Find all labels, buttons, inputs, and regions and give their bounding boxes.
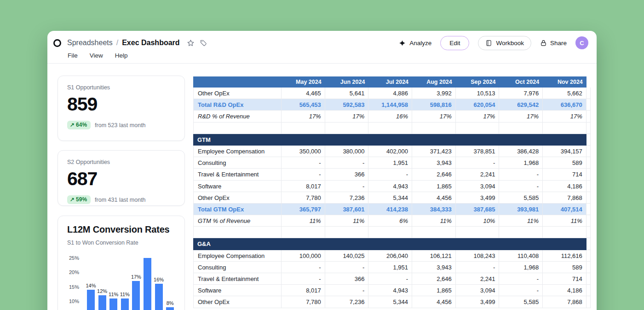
cell[interactable]: -: [282, 157, 325, 169]
tag-icon[interactable]: [200, 39, 207, 47]
cell[interactable]: 384,333: [412, 204, 456, 215]
cell[interactable]: 7,236: [325, 296, 369, 308]
cell[interactable]: 3,499: [456, 192, 500, 204]
cell[interactable]: [543, 227, 586, 238]
cell[interactable]: 1,144,958: [368, 99, 412, 111]
cell[interactable]: 407,514: [543, 204, 586, 215]
cell[interactable]: 11%: [325, 215, 369, 227]
cell[interactable]: -: [282, 169, 325, 180]
row-label[interactable]: Consulting: [193, 157, 282, 169]
cell[interactable]: 17%: [325, 111, 369, 122]
cell[interactable]: 365,797: [282, 204, 325, 215]
cell[interactable]: -: [368, 169, 412, 180]
cell[interactable]: -: [499, 285, 543, 296]
column-header[interactable]: Jun 2024: [325, 76, 369, 88]
cell[interactable]: 3,094: [456, 285, 500, 296]
cell[interactable]: 11%: [282, 215, 325, 227]
row-label[interactable]: [193, 123, 282, 134]
cell[interactable]: -: [456, 262, 500, 273]
row-label[interactable]: Software: [193, 285, 282, 296]
cell[interactable]: 100,000: [282, 250, 325, 262]
cell[interactable]: -: [325, 181, 369, 192]
workbook-button[interactable]: Workbook: [478, 36, 531, 50]
row-label[interactable]: R&D % of Revenue: [193, 111, 282, 122]
column-header[interactable]: Oct 2024: [499, 76, 543, 88]
cell[interactable]: 5,585: [499, 192, 543, 204]
cell[interactable]: 11%: [499, 215, 543, 227]
cell[interactable]: 10%: [456, 215, 500, 227]
cell[interactable]: 17%: [499, 111, 543, 122]
cell[interactable]: 4,943: [368, 181, 412, 192]
menu-view[interactable]: View: [90, 52, 103, 59]
cell[interactable]: 140,025: [325, 250, 369, 262]
cell[interactable]: [456, 123, 500, 134]
cell[interactable]: 4,943: [368, 285, 412, 296]
cell[interactable]: -: [325, 262, 369, 273]
share-button[interactable]: Share: [540, 40, 567, 47]
cell[interactable]: 10,513: [456, 88, 500, 99]
cell[interactable]: 1,865: [412, 181, 456, 192]
cell[interactable]: 7,868: [543, 192, 586, 204]
cell[interactable]: 629,542: [499, 99, 543, 111]
cell[interactable]: 17%: [282, 111, 325, 122]
cell[interactable]: [499, 227, 543, 238]
cell[interactable]: 393,981: [499, 204, 543, 215]
row-label[interactable]: Employee Compensation: [193, 250, 282, 262]
cell[interactable]: 4,456: [412, 296, 456, 308]
row-label[interactable]: GTM % of Revenue: [193, 215, 282, 227]
cell[interactable]: [368, 227, 412, 238]
cell[interactable]: 17%: [456, 111, 500, 122]
cell[interactable]: 620,054: [456, 99, 500, 111]
cell[interactable]: 589: [543, 157, 586, 169]
row-label[interactable]: [193, 227, 282, 238]
cell[interactable]: 366: [325, 169, 369, 180]
row-label[interactable]: Other OpEx: [193, 296, 282, 308]
cell[interactable]: 3,094: [456, 181, 500, 192]
row-label[interactable]: Travel & Entertainment: [193, 169, 282, 180]
cell[interactable]: 1,968: [499, 157, 543, 169]
cell[interactable]: 108,243: [456, 250, 500, 262]
cell[interactable]: 636,670: [543, 99, 586, 111]
cell[interactable]: 5,585: [499, 296, 543, 308]
cell[interactable]: [456, 227, 500, 238]
cell[interactable]: 4,886: [368, 88, 412, 99]
cell[interactable]: -: [456, 157, 500, 169]
row-label[interactable]: Employee Compensation: [193, 146, 282, 157]
cell[interactable]: 1,951: [368, 262, 412, 273]
cell[interactable]: 5,662: [543, 88, 586, 99]
cell[interactable]: 8,017: [282, 181, 325, 192]
menu-file[interactable]: File: [68, 52, 78, 59]
cell[interactable]: 350,000: [282, 146, 325, 157]
cell[interactable]: -: [282, 262, 325, 273]
cell[interactable]: 7,780: [282, 192, 325, 204]
cell[interactable]: 7,868: [543, 296, 586, 308]
cell[interactable]: [543, 123, 586, 134]
cell[interactable]: 5,344: [368, 192, 412, 204]
cell[interactable]: 106,121: [412, 250, 456, 262]
row-label[interactable]: Software: [193, 181, 282, 192]
cell[interactable]: 4,465: [282, 88, 325, 99]
cell[interactable]: 589: [543, 262, 586, 273]
cell[interactable]: 1,951: [368, 157, 412, 169]
cell[interactable]: 386,428: [499, 146, 543, 157]
cell[interactable]: 7,236: [325, 192, 369, 204]
cell[interactable]: 6%: [368, 215, 412, 227]
cell[interactable]: 402,000: [368, 146, 412, 157]
row-label[interactable]: Travel & Entertainment: [193, 273, 282, 285]
cell[interactable]: 16%: [368, 111, 412, 122]
cell[interactable]: 4,186: [543, 181, 586, 192]
column-header[interactable]: Sep 2024: [456, 76, 500, 88]
cell[interactable]: 2,646: [412, 273, 456, 285]
cell[interactable]: 17%: [543, 111, 586, 122]
cell[interactable]: -: [499, 169, 543, 180]
cell[interactable]: [412, 227, 456, 238]
user-avatar[interactable]: C: [575, 36, 588, 49]
cell[interactable]: 714: [543, 273, 586, 285]
cell[interactable]: 1,865: [412, 285, 456, 296]
cell[interactable]: 387,601: [325, 204, 369, 215]
cell[interactable]: 1,968: [499, 262, 543, 273]
cell[interactable]: 3,943: [412, 262, 456, 273]
cell[interactable]: 4,456: [412, 192, 456, 204]
cell[interactable]: 112,616: [543, 250, 586, 262]
cell[interactable]: 2,241: [456, 273, 500, 285]
